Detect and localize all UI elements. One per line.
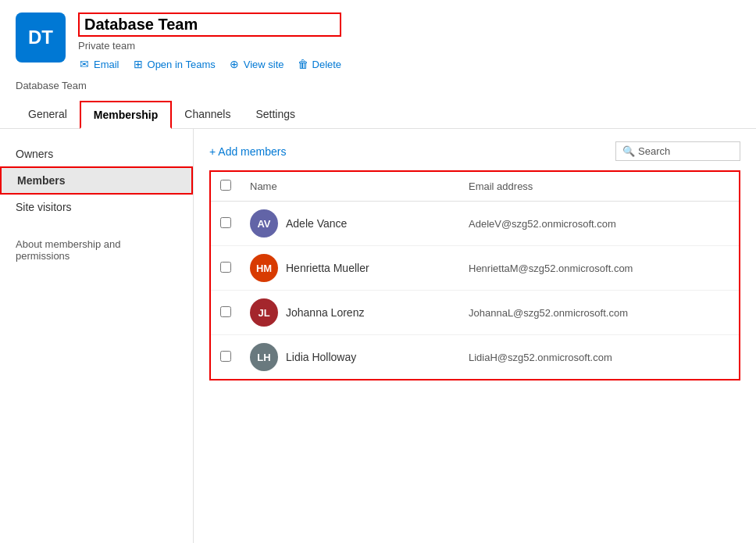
tab-settings[interactable]: Settings: [243, 102, 308, 128]
table-row: JL Johanna Lorenz JohannaL@szg52.onmicro…: [211, 291, 739, 335]
delete-action[interactable]: 🗑 Delete: [297, 58, 342, 70]
members-table: Name Email address AV Adele Vance AdeleV…: [211, 172, 739, 379]
member-email: JohannaL@szg52.onmicrosoft.com: [469, 307, 628, 319]
tab-membership[interactable]: Membership: [80, 101, 172, 129]
header: DT Database Team Private team ✉ Email ⊞ …: [0, 0, 756, 77]
row-checkbox[interactable]: [220, 351, 231, 362]
tab-general[interactable]: General: [16, 102, 80, 128]
table-row: AV Adele Vance AdeleV@szg52.onmicrosoft.…: [211, 202, 739, 246]
member-email: HenriettaM@szg52.onmicrosoft.com: [469, 263, 633, 274]
delete-icon: 🗑: [297, 58, 309, 70]
row-checkbox[interactable]: [220, 306, 231, 317]
tab-channels[interactable]: Channels: [172, 102, 243, 128]
team-actions: ✉ Email ⊞ Open in Teams ⊕ View site 🗑 De…: [78, 58, 341, 70]
search-box[interactable]: 🔍 Search: [615, 141, 740, 161]
member-email-cell: HenriettaM@szg52.onmicrosoft.com: [459, 246, 739, 291]
select-all-checkbox[interactable]: [220, 180, 231, 191]
view-site-icon: ⊕: [228, 58, 241, 70]
row-checkbox-cell: [211, 335, 241, 380]
row-checkbox[interactable]: [220, 217, 231, 228]
member-name: Lidia Holloway: [286, 351, 356, 363]
email-label: Email: [94, 59, 119, 70]
panel-top: + Add members 🔍 Search: [209, 141, 740, 161]
delete-label: Delete: [312, 59, 342, 70]
member-name-cell: LH Lidia Holloway: [241, 335, 459, 380]
search-icon: 🔍: [622, 145, 635, 157]
sidebar: Owners Members Site visitors About membe…: [0, 129, 194, 543]
avatar: LH: [250, 343, 278, 371]
team-avatar: DT: [16, 13, 66, 63]
member-name-cell: HM Henrietta Mueller: [241, 246, 459, 291]
members-panel: + Add members 🔍 Search Name Email addres…: [194, 129, 756, 543]
breadcrumb: Database Team: [0, 77, 756, 95]
teams-icon: ⊞: [132, 58, 144, 70]
sidebar-item-members[interactable]: Members: [0, 166, 193, 195]
team-info: Database Team Private team ✉ Email ⊞ Ope…: [78, 13, 341, 70]
member-email: AdeleV@szg52.onmicrosoft.com: [469, 218, 616, 230]
avatar: JL: [250, 298, 278, 327]
main-content: Owners Members Site visitors About membe…: [0, 129, 756, 543]
member-name-cell: JL Johanna Lorenz: [241, 291, 459, 335]
col-header-checkbox: [211, 172, 241, 202]
row-checkbox[interactable]: [220, 262, 231, 273]
email-action[interactable]: ✉ Email: [78, 58, 119, 70]
avatar: AV: [250, 209, 278, 238]
member-name-cell: AV Adele Vance: [241, 202, 459, 246]
sidebar-item-site-visitors[interactable]: Site visitors: [0, 195, 193, 220]
tabs: General Membership Channels Settings: [0, 95, 756, 129]
open-teams-label: Open in Teams: [148, 59, 216, 70]
open-in-teams-action[interactable]: ⊞ Open in Teams: [132, 58, 216, 70]
view-site-action[interactable]: ⊕ View site: [228, 58, 284, 70]
col-header-email: Email address: [459, 172, 739, 202]
member-email-cell: AdeleV@szg52.onmicrosoft.com: [459, 202, 739, 246]
sidebar-about-link[interactable]: About membership and permissions: [0, 226, 193, 274]
table-row: HM Henrietta Mueller HenriettaM@szg52.on…: [211, 246, 739, 291]
row-checkbox-cell: [211, 291, 241, 335]
add-members-button[interactable]: + Add members: [209, 145, 286, 158]
email-icon: ✉: [78, 58, 91, 70]
row-checkbox-cell: [211, 246, 241, 291]
member-name: Adele Vance: [286, 217, 347, 230]
row-checkbox-cell: [211, 202, 241, 246]
col-header-name: Name: [241, 172, 459, 202]
member-name: Henrietta Mueller: [286, 262, 369, 274]
member-email-cell: JohannaL@szg52.onmicrosoft.com: [459, 291, 739, 335]
team-type: Private team: [78, 40, 341, 52]
member-name: Johanna Lorenz: [286, 306, 364, 319]
member-email-cell: LidiaH@szg52.onmicrosoft.com: [459, 335, 739, 380]
avatar: HM: [250, 254, 278, 282]
members-table-wrap: Name Email address AV Adele Vance AdeleV…: [209, 170, 740, 380]
sidebar-item-owners[interactable]: Owners: [0, 141, 193, 166]
team-name: Database Team: [78, 13, 341, 37]
view-site-label: View site: [244, 59, 284, 70]
member-email: LidiaH@szg52.onmicrosoft.com: [469, 352, 612, 363]
table-row: LH Lidia Holloway LidiaH@szg52.onmicroso…: [211, 335, 739, 380]
search-placeholder-text: Search: [638, 145, 670, 157]
